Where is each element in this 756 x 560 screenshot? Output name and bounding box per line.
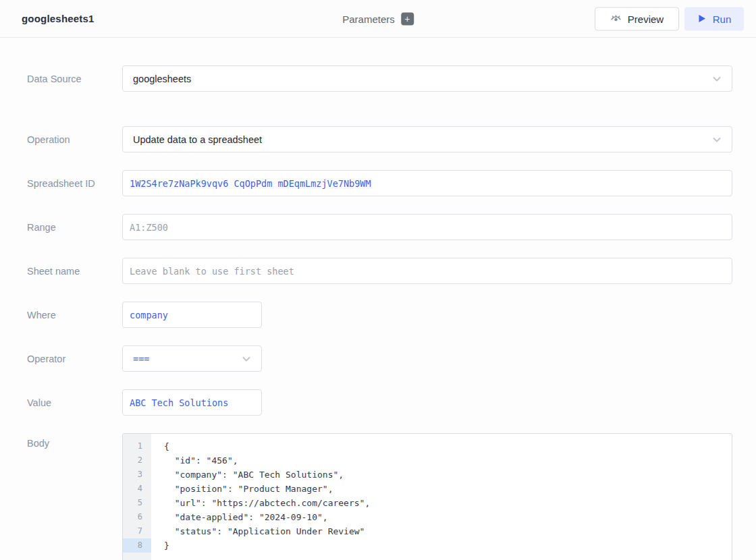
sheet-name-label: Sheet name bbox=[27, 266, 122, 277]
operation-label: Operation bbox=[27, 134, 122, 145]
range-input[interactable] bbox=[122, 214, 732, 240]
code-line[interactable]: { bbox=[164, 439, 732, 453]
chevron-down-icon bbox=[711, 134, 722, 145]
header-actions: Preview Run bbox=[595, 7, 744, 30]
spreadsheet-id-label: Spreadsheet ID bbox=[27, 178, 122, 189]
code-line[interactable]: "url": "https://abctech.com/careers", bbox=[164, 496, 732, 510]
body-editor-gutter: 12345678 bbox=[123, 434, 151, 560]
query-form: Data Source googlesheets Operation Updat… bbox=[0, 38, 756, 560]
line-number: 7 bbox=[123, 524, 151, 538]
where-label: Where bbox=[27, 310, 122, 320]
spreadsheet-id-input[interactable] bbox=[122, 170, 732, 196]
body-editor-code[interactable]: { "id": "456", "company": "ABC Tech Solu… bbox=[151, 434, 732, 560]
code-line[interactable]: "position": "Product Manager", bbox=[164, 482, 732, 496]
operator-label: Operator bbox=[27, 354, 122, 364]
plus-icon: + bbox=[404, 12, 410, 25]
spreadsheet-id-row: Spreadsheet ID bbox=[27, 170, 756, 196]
value-row: Value bbox=[27, 389, 756, 416]
line-number: 4 bbox=[123, 482, 151, 496]
line-number: 6 bbox=[123, 510, 151, 524]
code-line[interactable]: } bbox=[164, 538, 732, 553]
chevron-down-icon bbox=[241, 354, 252, 364]
sheet-name-row: Sheet name bbox=[27, 258, 756, 284]
parameters-section: Parameters + bbox=[342, 12, 414, 25]
range-label: Range bbox=[27, 222, 122, 233]
eye-icon bbox=[610, 13, 622, 24]
operation-select[interactable]: Update data to a spreadsheet bbox=[122, 126, 732, 152]
code-line[interactable]: "company": "ABC Tech Solutions", bbox=[164, 468, 732, 482]
operator-value: === bbox=[133, 354, 241, 364]
line-number: 1 bbox=[123, 439, 151, 453]
operation-row: Operation Update data to a spreadsheet bbox=[27, 126, 756, 152]
body-label: Body bbox=[27, 433, 122, 449]
data-source-label: Data Source bbox=[27, 74, 122, 84]
line-number: 5 bbox=[123, 496, 151, 510]
range-row: Range bbox=[27, 214, 756, 240]
data-source-row: Data Source googlesheets bbox=[27, 65, 756, 92]
code-line[interactable]: "status": "Application Under Review" bbox=[164, 524, 732, 538]
preview-button[interactable]: Preview bbox=[595, 7, 679, 30]
line-number: 8 bbox=[123, 538, 151, 553]
where-row: Where bbox=[27, 302, 756, 328]
add-parameter-button[interactable]: + bbox=[401, 12, 414, 25]
line-number: 3 bbox=[123, 468, 151, 482]
play-icon bbox=[697, 14, 707, 24]
code-line[interactable]: "date-applied": "2024-09-10", bbox=[164, 510, 732, 524]
operator-row: Operator === bbox=[27, 345, 756, 372]
value-label: Value bbox=[27, 397, 122, 408]
code-line[interactable]: "id": "456", bbox=[164, 453, 732, 468]
operator-select[interactable]: === bbox=[122, 345, 262, 372]
operation-value: Update data to a spreadsheet bbox=[133, 134, 711, 145]
query-title: googlesheets1 bbox=[22, 13, 94, 24]
preview-button-label: Preview bbox=[628, 13, 664, 24]
run-button[interactable]: Run bbox=[684, 7, 744, 30]
data-source-value: googlesheets bbox=[133, 74, 711, 84]
body-code-editor[interactable]: 12345678 { "id": "456", "company": "ABC … bbox=[122, 433, 732, 560]
query-header: googlesheets1 Parameters + Preview bbox=[0, 0, 756, 38]
value-input[interactable] bbox=[122, 389, 262, 416]
where-input[interactable] bbox=[122, 302, 262, 328]
chevron-down-icon bbox=[711, 74, 722, 84]
line-number: 2 bbox=[123, 453, 151, 468]
sheet-name-input[interactable] bbox=[122, 258, 732, 284]
data-source-select[interactable]: googlesheets bbox=[122, 65, 732, 92]
run-button-label: Run bbox=[713, 13, 732, 24]
parameters-label: Parameters bbox=[342, 13, 395, 24]
body-row: Body 12345678 { "id": "456", "company": … bbox=[27, 433, 756, 560]
